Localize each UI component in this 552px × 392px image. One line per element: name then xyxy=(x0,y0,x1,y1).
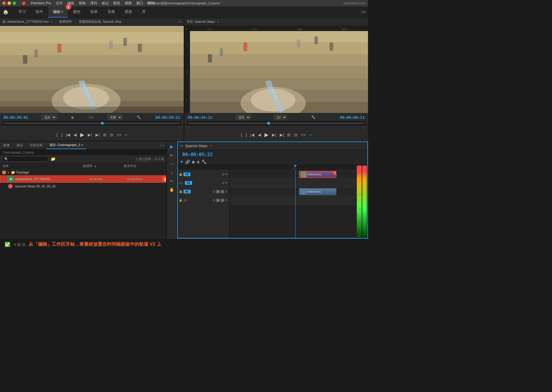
source-step-fwd[interactable]: ▶| xyxy=(87,132,93,138)
program-goto-out[interactable]: ▶| xyxy=(279,132,285,138)
source-scrub-head[interactable] xyxy=(101,122,104,124)
project-menu-icon[interactable]: ≡ xyxy=(81,143,83,147)
track-a2-sync[interactable]: ⊟ xyxy=(213,199,215,202)
track-a2-mic[interactable]: 🎙 xyxy=(225,199,228,202)
tool-ripple[interactable]: ↔ xyxy=(167,160,176,168)
track-v1-sync[interactable]: ⊟ xyxy=(222,181,224,185)
tab-assembly[interactable]: 组件 xyxy=(31,6,48,18)
source-insert[interactable]: ⊞ xyxy=(102,132,108,138)
program-play[interactable]: ▶ xyxy=(263,131,270,139)
track-a2-lock[interactable]: 🔒 xyxy=(179,199,182,202)
col-fps-header[interactable]: 帧速率 ▲ xyxy=(83,164,124,168)
clip-a1-adobestock[interactable]: AdobeStock_ xyxy=(299,188,336,195)
track-a1-solo[interactable]: S xyxy=(221,190,224,193)
source-timecode[interactable]: 00:00:08:01 xyxy=(3,115,28,120)
source-more[interactable]: >> xyxy=(178,20,181,23)
timeline-playhead[interactable] xyxy=(295,170,296,238)
tab-effects[interactable]: 效果 xyxy=(86,6,102,18)
program-add-btn[interactable]: + xyxy=(308,132,313,138)
menu-clip[interactable]: 剪辑 xyxy=(79,1,86,6)
source-overwrite[interactable]: ⊟ xyxy=(109,132,114,138)
track-a1-sync[interactable]: ⊟ xyxy=(213,190,215,193)
source-tab2[interactable]: 效果控件 xyxy=(59,20,72,24)
source-quality-select[interactable]: 完整 xyxy=(107,115,122,120)
program-step-fwd[interactable]: ▶| xyxy=(271,132,277,138)
minimize-button[interactable] xyxy=(7,1,11,5)
track-v2-badge[interactable]: V2 xyxy=(183,172,190,176)
fullscreen-button[interactable] xyxy=(13,1,16,5)
track-v2-sync[interactable]: ⊟ xyxy=(222,173,224,176)
program-menu-icon[interactable]: ≡ xyxy=(217,20,219,23)
menu-marker[interactable]: 标记 xyxy=(102,1,109,6)
source-mark-in[interactable]: { xyxy=(55,132,59,138)
file-item-adobestock[interactable]: AdobeStock_277796256. 25.00 fps 00:00:00… xyxy=(0,175,166,183)
traffic-lights[interactable] xyxy=(2,1,16,5)
track-a1-lock[interactable]: 🔒 xyxy=(179,190,182,193)
menu-sequence[interactable]: 序列 xyxy=(90,1,97,6)
program-extract[interactable]: ⊟ xyxy=(293,132,299,138)
program-wrench-icon[interactable]: 🔧 xyxy=(311,115,315,119)
source-goto-out[interactable]: ▶| xyxy=(94,132,101,138)
tl-tool-wrench[interactable]: 🔧 xyxy=(202,160,206,164)
source-goto-in[interactable]: |◀ xyxy=(65,132,71,138)
project-new-bin[interactable]: 📁 xyxy=(51,157,55,161)
tab-graphics[interactable]: 图形 xyxy=(120,6,137,18)
more-tabs-button[interactable]: >> xyxy=(361,10,366,14)
tab-markers[interactable]: 标记 xyxy=(13,141,26,149)
tab-library[interactable]: 库 xyxy=(137,6,150,18)
tl-tool-marker[interactable]: ◆ xyxy=(192,160,195,164)
source-fit-select[interactable]: 适合 xyxy=(42,115,57,120)
tab-history[interactable]: 历史记录 xyxy=(26,141,46,149)
program-mark-out[interactable]: } xyxy=(244,132,248,138)
menu-premiere[interactable]: Premiere Pro xyxy=(31,1,51,5)
view-icon-btn[interactable]: ⊞ xyxy=(17,242,21,247)
track-v1-badge[interactable]: V1 xyxy=(185,181,192,185)
project-more[interactable]: >> xyxy=(158,144,166,147)
track-a2-solo[interactable]: S xyxy=(221,199,224,202)
tab-effects-panel[interactable]: 效果 xyxy=(0,141,13,149)
track-v2-lock[interactable]: 🔒 xyxy=(179,173,182,176)
tl-tool-effect[interactable]: ◈ xyxy=(197,160,200,164)
source-step-back[interactable]: ◀ xyxy=(72,132,78,138)
tab-audio[interactable]: 音频 xyxy=(103,6,120,18)
menu-view[interactable]: 视图 xyxy=(125,1,132,6)
tab-edit[interactable]: 编辑 ≡ 1 xyxy=(48,6,68,18)
source-play[interactable]: ▶ xyxy=(79,131,85,139)
source-wrench-icon[interactable]: 🔧 xyxy=(137,115,141,119)
tool-track-select[interactable]: ⊳ xyxy=(167,151,176,159)
program-mark-in[interactable]: { xyxy=(239,132,243,138)
program-scrubber[interactable] xyxy=(187,121,366,126)
track-a2-mute[interactable]: M xyxy=(216,199,220,202)
track-a1-badge[interactable]: A1 xyxy=(183,190,191,193)
menu-window[interactable]: 窗口 xyxy=(136,1,143,6)
clip-v2-adobestock[interactable]: AdobeStock_ 3 xyxy=(299,171,336,178)
view-free-btn[interactable]: ⊟ xyxy=(22,242,25,247)
view-list-btn[interactable]: ≡ xyxy=(14,242,16,247)
track-v2-vis[interactable]: 👁 xyxy=(225,173,228,176)
close-button[interactable] xyxy=(2,1,6,5)
program-quality-select[interactable]: 1/2 xyxy=(274,115,287,120)
tool-roll[interactable]: ↕ xyxy=(167,168,176,176)
program-scrub-head[interactable] xyxy=(267,122,270,124)
track-v1-vis[interactable]: 👁 xyxy=(225,181,228,185)
project-search[interactable] xyxy=(2,156,48,162)
source-mark-out[interactable]: } xyxy=(60,132,64,138)
track-a1-mic[interactable]: 🎙 xyxy=(225,190,228,193)
timeline-menu-icon[interactable]: ≡ xyxy=(210,144,211,147)
tl-tool-snap[interactable]: ✦ xyxy=(180,160,183,164)
program-goto-in[interactable]: |◀ xyxy=(249,132,256,138)
tool-select[interactable]: ▶ xyxy=(167,143,176,151)
file-item-spanishsteps[interactable]: ♪ Spanish Steps.00_00_09_02. xyxy=(0,183,166,190)
source-add-btn[interactable]: + xyxy=(124,132,129,138)
home-button[interactable]: 🏠 xyxy=(0,6,12,18)
program-timecode[interactable]: 00:00:05:22 xyxy=(188,115,212,120)
tab-learn[interactable]: 学习 xyxy=(14,6,30,18)
menu-graphics[interactable]: 图形 xyxy=(113,1,120,6)
track-a1-mute[interactable]: M xyxy=(216,190,220,193)
source-menu-icon[interactable]: ≡ xyxy=(51,20,53,23)
folder-expand[interactable]: ▼ xyxy=(7,171,10,174)
source-tab3[interactable]: 音频剪辑混合器: Spanish Step xyxy=(79,20,122,24)
tool-hand[interactable]: ✋ xyxy=(167,186,176,194)
timeline-timecode[interactable]: 00:00:05:22 xyxy=(180,151,215,158)
tab-project[interactable]: 项目: Cinemagraph_2 ≡ xyxy=(46,141,86,149)
